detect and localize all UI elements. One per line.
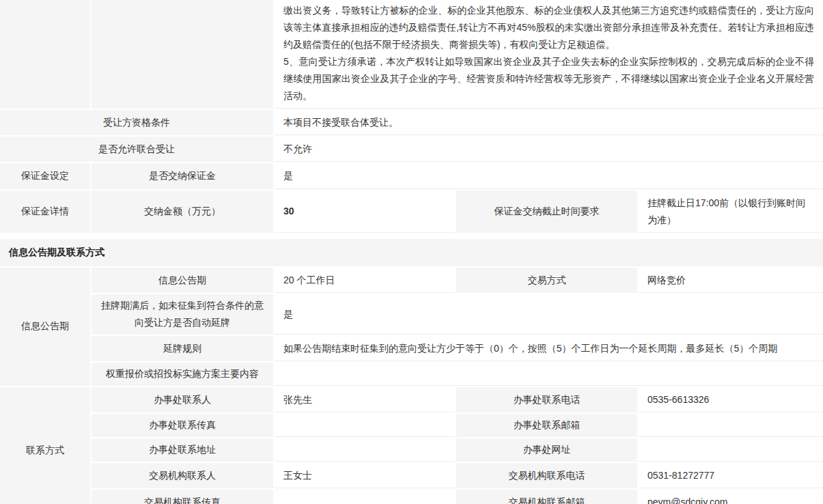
joint-transfer-value: 不允许 [275, 137, 823, 163]
table-row: 交易机构联系传真 交易机构联系邮箱 peym@sdcqjy.com [0, 490, 823, 504]
extend-rule-label: 延牌规则 [92, 336, 275, 363]
office-contact-value: 张先生 [275, 387, 456, 414]
deposit-setting-group-label: 保证金设定 [0, 163, 92, 190]
table-row: 办事处联系传真 办事处联系邮箱 [0, 414, 823, 438]
announcement-group-label: 信息公告期 [0, 268, 92, 387]
transfer-terms-text: 缴出资义务，导致转让方被标的企业、标的企业其他股东、标的企业债权人及其他第三方追… [275, 0, 823, 110]
table-row: 办事处联系地址 办事处网址 [0, 438, 823, 463]
agency-fax-value [275, 490, 456, 504]
announcement-period-label: 信息公告期 [92, 268, 275, 294]
table-row: 保证金详情 交纳金额（万元） 30 保证金交纳截止时间要求 挂牌截止日17:00… [0, 191, 823, 234]
deposit-required-label: 是否交纳保证金 [92, 163, 275, 190]
deposit-deadline-label: 保证金交纳截止时间要求 [456, 191, 639, 234]
label-cell-empty [92, 0, 275, 110]
transferee-qualification-label: 受让方资格条件 [0, 110, 275, 137]
terms-paragraph-2: 5、意向受让方须承诺，本次产权转让如导致国家出资企业及其子企业失去标的企业实际控… [283, 53, 814, 104]
group-cell-empty [0, 0, 92, 110]
table-row: 缴出资义务，导致转让方被标的企业、标的企业其他股东、标的企业债权人及其他第三方追… [0, 0, 823, 110]
table-row: 是否允许联合受让 不允许 [0, 137, 823, 163]
transfer-conditions-table: 缴出资义务，导致转让方被标的企业、标的企业其他股东、标的企业债权人及其他第三方追… [0, 0, 823, 234]
office-phone-label: 办事处联系电话 [456, 387, 639, 414]
weight-bid-value [275, 363, 823, 387]
table-row: 延牌规则 如果公告期结束时征集到的意向受让方少于等于（0）个，按照（5）个工作日… [0, 336, 823, 363]
office-site-label: 办事处网址 [456, 438, 639, 463]
office-phone-value: 0535-6613326 [639, 387, 823, 414]
terms-paragraph-1: 缴出资义务，导致转让方被标的企业、标的企业其他股东、标的企业债权人及其他第三方追… [283, 2, 814, 53]
joint-transfer-label: 是否允许联合受让 [0, 137, 275, 163]
deposit-amount-label: 交纳金额（万元） [92, 191, 275, 234]
agency-contact-value: 王女士 [275, 463, 456, 490]
agency-email-label: 交易机构联系邮箱 [456, 490, 639, 504]
office-fax-value [275, 414, 456, 438]
trade-mode-value: 网络竞价 [639, 268, 823, 294]
office-address-label: 办事处联系地址 [92, 438, 275, 463]
office-email-label: 办事处联系邮箱 [456, 414, 639, 438]
transferee-qualification-value: 本项目不接受联合体受让。 [275, 110, 823, 137]
table-row: 信息公告期 信息公告期 20 个工作日 交易方式 网络竞价 [0, 268, 823, 294]
table-row: 受让方资格条件 本项目不接受联合体受让。 [0, 110, 823, 137]
office-fax-label: 办事处联系传真 [92, 414, 275, 438]
announcement-period-value: 20 个工作日 [275, 268, 456, 294]
deposit-amount-value: 30 [275, 191, 456, 234]
contact-group-label: 联系方式 [0, 387, 92, 504]
office-contact-label: 办事处联系人 [92, 387, 275, 414]
deposit-required-value: 是 [275, 163, 823, 190]
office-email-value [639, 414, 823, 438]
auto-extend-value: 是 [275, 294, 823, 335]
table-row: 挂牌期满后，如未征集到符合条件的意向受让方是否自动延牌 是 [0, 294, 823, 335]
table-row: 保证金设定 是否交纳保证金 是 [0, 163, 823, 190]
office-site-value [639, 438, 823, 463]
agency-contact-label: 交易机构联系人 [92, 463, 275, 490]
agency-phone-label: 交易机构联系电话 [456, 463, 639, 490]
office-address-value [275, 438, 456, 463]
deposit-detail-group-label: 保证金详情 [0, 191, 92, 234]
deposit-deadline-value: 挂牌截止日17:00前（以银行到账时间为准） [639, 191, 823, 234]
trade-mode-label: 交易方式 [456, 268, 639, 294]
agency-email-value: peym@sdcqjy.com [639, 490, 823, 504]
agency-phone-value: 0531-81272777 [639, 463, 823, 490]
extend-rule-value: 如果公告期结束时征集到的意向受让方少于等于（0）个，按照（5）个工作日为一个延长… [275, 336, 823, 363]
agency-fax-label: 交易机构联系传真 [92, 490, 275, 504]
section-title: 信息公告期及联系方式 [9, 247, 104, 259]
weight-bid-label: 权重报价或招投标实施方案主要内容 [92, 363, 275, 387]
auto-extend-label: 挂牌期满后，如未征集到符合条件的意向受让方是否自动延牌 [92, 294, 275, 335]
table-row: 联系方式 办事处联系人 张先生 办事处联系电话 0535-6613326 [0, 387, 823, 414]
announcement-contact-table: 信息公告期 信息公告期 20 个工作日 交易方式 网络竞价 挂牌期满后，如未征集… [0, 268, 823, 504]
table-row: 权重报价或招投标实施方案主要内容 [0, 363, 823, 387]
section-header-announcement: 信息公告期及联系方式 [0, 239, 823, 266]
table-row: 交易机构联系人 王女士 交易机构联系电话 0531-81272777 [0, 463, 823, 490]
